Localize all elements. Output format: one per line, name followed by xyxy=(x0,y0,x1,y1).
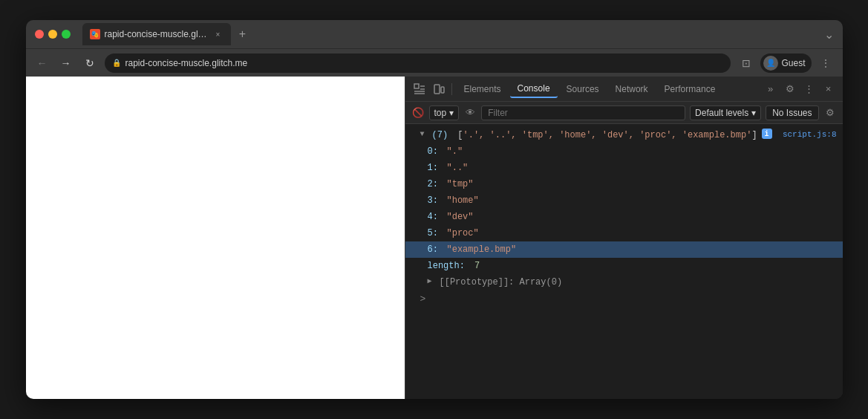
levels-arrow-icon: ▾ xyxy=(751,108,756,118)
array-length-badge: (7) xyxy=(432,129,448,142)
array-value-4: "dev" xyxy=(447,210,474,224)
devtools-close-icon[interactable]: × xyxy=(820,81,837,97)
console-array-item-4: 4: "dev" xyxy=(405,209,843,225)
devtools-panel: Elements Console Sources Network Perform… xyxy=(405,77,843,399)
tab-performance[interactable]: Performance xyxy=(657,81,723,97)
expand-arrow-icon[interactable]: ▼ xyxy=(420,129,428,140)
account-avatar: 👤 xyxy=(763,56,778,71)
tab-sources[interactable]: Sources xyxy=(559,81,607,97)
console-input-line: > xyxy=(405,290,843,308)
lock-icon: 🔒 xyxy=(112,59,121,67)
more-options-icon[interactable]: ⋮ xyxy=(816,53,835,73)
context-arrow-icon: ▾ xyxy=(449,108,454,118)
array-index-1: 1: xyxy=(428,161,443,175)
console-array-item-5: 5: "proc" xyxy=(405,225,843,241)
address-bar[interactable]: 🔒 rapid-concise-muscle.glitch.me xyxy=(105,53,731,73)
array-index-5: 5: xyxy=(428,227,443,240)
prototype-text: [[Prototype]]: Array(0) xyxy=(440,276,563,289)
tab-title: rapid-concise-muscle.glitch.m... xyxy=(105,29,209,39)
device-toolbar-icon[interactable] xyxy=(431,81,447,97)
traffic-lights xyxy=(35,30,71,39)
new-tab-button[interactable]: + xyxy=(234,25,252,43)
devtools-tabs: Elements Console Sources Network Perform… xyxy=(457,80,723,98)
array-index-3: 3: xyxy=(428,194,443,207)
console-settings-icon[interactable]: ⚙ xyxy=(823,106,837,120)
tab-network[interactable]: Network xyxy=(608,81,656,97)
console-array-summary-line: ▼ (7) ['.', '..', 'tmp', 'home', 'dev', … xyxy=(405,127,843,143)
svg-rect-6 xyxy=(441,87,444,93)
console-context-dropdown[interactable]: top ▾ xyxy=(429,105,460,120)
array-value-3: "home" xyxy=(447,194,479,207)
length-key: length: xyxy=(428,259,465,273)
array-value-2: "tmp" xyxy=(447,178,474,191)
back-button[interactable]: ← xyxy=(33,54,51,72)
svg-rect-5 xyxy=(434,85,440,94)
console-prototype: ▶ [[Prototype]]: Array(0) xyxy=(405,274,843,290)
page-content xyxy=(26,77,405,399)
devtools-settings-icon[interactable]: ⚙ xyxy=(782,81,798,97)
array-index-6: 6: xyxy=(428,243,443,256)
devtools-tabs-right: » ⚙ ⋮ × xyxy=(763,81,837,97)
array-value-1: ".." xyxy=(447,161,469,175)
console-prompt-icon: > xyxy=(420,293,428,305)
console-array-item-6: 6: "example.bmp" xyxy=(405,241,843,258)
account-label: Guest xyxy=(781,58,805,68)
devtools-more-icon[interactable]: ⋮ xyxy=(801,81,818,97)
refresh-button[interactable]: ↻ xyxy=(81,54,99,72)
console-clear-button[interactable]: 🚫 xyxy=(411,106,425,120)
close-traffic-light[interactable] xyxy=(35,30,44,39)
array-value-6: "example.bmp" xyxy=(447,243,517,256)
title-bar: 🎭 rapid-concise-muscle.glitch.m... × + ⌄ xyxy=(26,20,843,48)
console-array-length: length: 7 xyxy=(405,258,843,274)
nav-right-icons: ⊡ 👤 Guest ⋮ xyxy=(737,53,835,73)
array-value-0: "." xyxy=(447,145,463,158)
inspect-element-icon[interactable] xyxy=(411,81,428,97)
array-index-2: 2: xyxy=(428,178,443,191)
maximize-traffic-light[interactable] xyxy=(62,30,71,39)
toolbar-separator xyxy=(451,83,452,95)
prototype-expand-icon[interactable]: ▶ xyxy=(428,276,435,287)
account-button[interactable]: 👤 Guest xyxy=(760,53,811,73)
console-array-item-3: 3: "home" xyxy=(405,192,843,209)
devtools-toolbar: Elements Console Sources Network Perform… xyxy=(405,77,843,102)
console-output: ▼ (7) ['.', '..', 'tmp', 'home', 'dev', … xyxy=(405,124,843,399)
console-array-item-1: 1: ".." xyxy=(405,160,843,176)
array-value-5: "proc" xyxy=(447,227,479,240)
console-eye-icon[interactable]: 👁 xyxy=(463,106,477,120)
context-label: top xyxy=(434,108,447,118)
tab-area: 🎭 rapid-concise-muscle.glitch.m... × + xyxy=(82,23,818,45)
more-devtools-tabs-icon[interactable]: » xyxy=(763,81,779,97)
bookmarks-icon[interactable]: ⊡ xyxy=(737,53,756,73)
tab-close-button[interactable]: × xyxy=(213,29,223,39)
length-value: 7 xyxy=(469,259,480,273)
browser-window: 🎭 rapid-concise-muscle.glitch.m... × + ⌄… xyxy=(26,20,843,399)
browser-content: Elements Console Sources Network Perform… xyxy=(26,77,843,399)
forward-button[interactable]: → xyxy=(57,54,75,72)
tab-console[interactable]: Console xyxy=(510,80,558,98)
tab-favicon: 🎭 xyxy=(90,29,100,39)
minimize-traffic-light[interactable] xyxy=(48,30,57,39)
svg-rect-0 xyxy=(414,84,419,88)
console-filter-input[interactable] xyxy=(481,105,685,120)
navigation-bar: ← → ↻ 🔒 rapid-concise-muscle.glitch.me ⊡… xyxy=(26,48,843,77)
source-link[interactable]: script.js:8 xyxy=(783,129,837,141)
array-index-4: 4: xyxy=(428,210,443,224)
console-levels-dropdown[interactable]: Default levels ▾ xyxy=(690,105,761,120)
url-text: rapid-concise-muscle.glitch.me xyxy=(125,58,248,68)
no-issues-button[interactable]: No Issues xyxy=(766,105,818,120)
levels-label: Default levels xyxy=(695,108,748,118)
info-badge: i xyxy=(762,129,772,139)
window-expand-button[interactable]: ⌄ xyxy=(824,27,834,42)
console-array-item-0: 0: "." xyxy=(405,143,843,160)
array-index-0: 0: xyxy=(428,145,443,158)
array-summary-text: ['.', '..', 'tmp', 'home', 'dev', 'proc'… xyxy=(452,129,757,142)
console-toolbar: 🚫 top ▾ 👁 Default levels ▾ No Issues ⚙ xyxy=(405,102,843,124)
browser-tab[interactable]: 🎭 rapid-concise-muscle.glitch.m... × xyxy=(82,23,231,45)
console-array-item-2: 2: "tmp" xyxy=(405,176,843,192)
tab-elements[interactable]: Elements xyxy=(457,81,509,97)
